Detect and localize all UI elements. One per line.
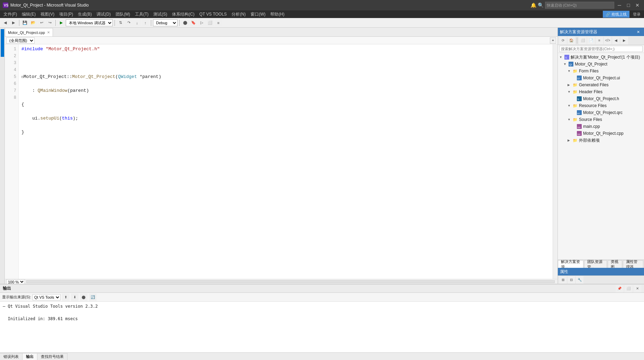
solution-explorer-close[interactable]: ✕ [634,28,642,36]
output-toolbar-btn1[interactable]: ⬆ [62,293,70,301]
menu-debug[interactable]: 调试(D) [94,11,113,18]
minimize-button[interactable]: ─ [616,1,623,9]
solution-search-area [558,45,644,53]
menu-build[interactable]: 生成(B) [76,11,94,18]
sol-toolbar-filter[interactable]: ⬜ [579,37,587,44]
tree-item-main-cpp[interactable]: ▶ cpp main.cpp [558,123,644,130]
output-pin[interactable]: 📌 [616,285,623,292]
props-toolbar-2[interactable]: ⊟ [568,276,575,284]
menu-project[interactable]: 项目(P) [57,11,75,18]
menu-architecture[interactable]: 体系结构(C) [170,11,197,18]
sol-toolbar-expand[interactable]: ≡ [596,37,603,44]
signin-button[interactable]: 登录 [631,11,643,18]
tree-item-project[interactable]: ▼ Qt Motor_Qt_Project [558,61,644,68]
code-line-4: : QMainWindow(parent) [21,87,550,94]
toolbar-undo[interactable]: ↩ [38,19,45,27]
toolbar-step-in[interactable]: ↓ [133,19,141,27]
toolbar-more1[interactable]: ▷ [198,19,206,27]
sol-toolbar-code[interactable]: </> [604,37,611,44]
toolbar-step-over[interactable]: ↷ [125,19,133,27]
menu-analyze[interactable]: 分析(N) [229,11,248,18]
debug-config-dropdown[interactable]: Debug Release [153,19,178,26]
svg-text:qrc: qrc [577,112,580,114]
run-target-dropdown[interactable]: 本地 Windows 调试器 [66,19,113,26]
svg-text:Qt: Qt [569,63,572,66]
output-toolbar-btn2[interactable]: ⬇ [71,293,79,301]
right-tab-properties[interactable]: 属性管理器 [623,260,643,268]
right-tab-solution[interactable]: 解决方案资源... [558,260,583,268]
filter-icon[interactable]: 🔍 [538,2,544,8]
menu-window[interactable]: 窗口(W) [248,11,267,18]
toolbar-run[interactable]: ▶ [57,19,65,27]
right-tab-team[interactable]: 团队资源管... [584,260,607,268]
toolbar-step-out[interactable]: ↑ [142,19,149,27]
toolbar-redo[interactable]: ↪ [46,19,54,27]
output-close[interactable]: ✕ [634,285,641,292]
close-button[interactable]: ✕ [634,1,641,9]
toolbar-bookmark[interactable]: 🔖 [190,19,197,27]
menu-view[interactable]: 视图(V) [38,11,56,18]
menu-tools[interactable]: 工具(T) [133,11,151,18]
tree-item-source-files[interactable]: ▼ 📁 Source Files [558,116,644,123]
solution-search-input[interactable] [559,46,643,52]
toolbar-more2[interactable]: ⬜ [206,19,214,27]
output-toolbar-btn3[interactable]: ⬤ [80,293,88,301]
toolbar-breakpoint[interactable]: ⬤ [181,19,189,27]
tree-item-header-files[interactable]: ▼ 📁 Header Files [558,88,644,95]
ui-file-label: Motor_Qt_Project.ui [583,76,620,80]
tree-item-solution[interactable]: ▼ S 解决方案'Motor_Qt_Project'(1 个项目) [558,54,644,61]
expand-editor-button[interactable]: + [550,37,556,44]
source-files-label: Source Files [579,117,602,122]
sol-toolbar-new[interactable]: 📄 [587,37,595,44]
output-float[interactable]: ⬜ [625,285,632,292]
menu-file[interactable]: 文件(F) [1,11,19,18]
tree-item-generated-files[interactable]: ▶ 📁 Generated Files [558,81,644,88]
editor-tab-active[interactable]: Motor_Qt_Project.cpp ✕ [5,28,53,36]
bottom-tab-output[interactable]: 输出 [22,353,37,360]
quick-launch-input[interactable] [545,2,614,9]
activity-bar [0,28,5,284]
menu-help[interactable]: 帮助(H) [268,11,287,18]
sol-toolbar-next[interactable]: ▶ [620,37,628,44]
maximize-button[interactable]: □ [625,1,632,9]
toolbar-forward[interactable]: ▶ [10,19,17,27]
bottom-tab-errors[interactable]: 错误列表 [0,353,22,360]
editor-scroll-margin [553,44,557,279]
code-editor[interactable]: 1 2 3 4 5 6 7 8 #include "Motor_Qt_Proje… [5,44,557,279]
menu-team[interactable]: 团队(M) [114,11,132,18]
main-cpp-label: main.cpp [583,124,600,129]
tree-item-form-files[interactable]: ▼ 📁 Form Files [558,68,644,74]
props-toolbar-3[interactable]: 🔧 [576,276,583,284]
bottom-tab-find[interactable]: 查找符号结果 [37,353,67,360]
tab-close-icon[interactable]: ✕ [47,30,50,34]
notification-icon[interactable]: 🔔 [530,2,536,8]
menu-test[interactable]: 测试(S) [151,11,169,18]
props-toolbar-1[interactable]: ⊞ [559,276,567,284]
output-source-dropdown[interactable]: Qt VS Tools Build Debug [33,294,61,300]
toolbar-more3[interactable]: ≡ [215,19,222,27]
tree-item-ui-file[interactable]: ▶ UI Motor_Qt_Project.ui [558,74,644,81]
menu-edit[interactable]: 编辑(E) [20,11,38,18]
properties-header: 属性 [558,268,644,275]
tree-item-h-file[interactable]: ▶ h Motor_Qt_Project.h [558,95,644,102]
tree-item-external-deps[interactable]: ▶ 📁 外部依赖项 [558,137,644,144]
toolbar-save[interactable]: 💾 [21,19,29,27]
output-toolbar-btn4[interactable]: 🔄 [89,293,97,301]
right-tab-class[interactable]: 类视图 [608,260,623,268]
zoom-dropdown[interactable]: 100 % [6,279,25,284]
menu-qt-tools[interactable]: QT VS TOOLS [197,11,229,17]
tree-item-qrc-file[interactable]: ▶ qrc Motor_Qt_Project.qrc [558,109,644,116]
code-content[interactable]: #include "Motor_Qt_Project.h" ⊟Motor_Qt_… [19,44,553,279]
toolbar-open[interactable]: 📂 [29,19,37,27]
horizontal-scrollbar[interactable] [26,280,555,283]
tree-item-resource-files[interactable]: ▼ 📁 Resource Files [558,102,644,109]
sol-toolbar-home[interactable]: 🏠 [568,37,575,44]
connect-button[interactable]: 🔗 抢线上线 [603,11,629,18]
sol-toolbar-prev[interactable]: ◀ [612,37,620,44]
toolbar-back[interactable]: ◀ [1,19,9,27]
sol-toolbar-sync[interactable]: ⟳ [559,37,567,44]
toolbar-attach[interactable]: ⇅ [117,19,124,27]
scope-dropdown[interactable]: (全局范围) [6,37,35,44]
h-file-label: Motor_Qt_Project.h [583,96,619,101]
tree-item-project-cpp[interactable]: ▶ cpp Motor_Qt_Project.cpp [558,130,644,137]
